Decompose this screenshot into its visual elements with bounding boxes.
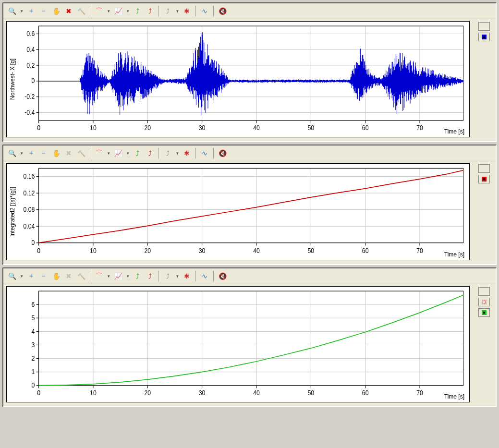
add-cursor-green-icon[interactable]: ⤴: [132, 5, 143, 17]
slope-fit-icon[interactable]: 📈: [112, 270, 124, 282]
svg-text:30: 30: [199, 389, 206, 397]
remove-icon[interactable]: －: [38, 270, 49, 282]
y-axis-label: Integrated2 [(s)*(g)]: [9, 183, 16, 241]
sound-off-icon[interactable]: 🔇: [217, 5, 228, 17]
curve-double-icon[interactable]: ∿: [199, 5, 210, 17]
svg-text:3: 3: [32, 341, 35, 349]
add-icon[interactable]: ＋: [25, 270, 37, 282]
legend-entry[interactable]: [478, 298, 490, 306]
chart-area[interactable]: 010203040506070-0.4-0.200.20.40.6Northwe…: [6, 21, 470, 137]
svg-text:-0.4: -0.4: [24, 109, 35, 116]
zoom-x-red-icon[interactable]: ✖: [63, 147, 74, 159]
zoom-tool-icon[interactable]: 🔍: [6, 270, 18, 282]
legend-entry[interactable]: [478, 33, 490, 41]
x-axis-label: Time [s]: [444, 393, 464, 400]
slope-fit-icon[interactable]: 📈: [112, 147, 124, 159]
svg-rect-129: [39, 291, 463, 386]
add-cursor-green-icon[interactable]: ⤴: [132, 270, 143, 282]
legend-blank[interactable]: [478, 22, 490, 31]
svg-text:0.4: 0.4: [26, 46, 35, 53]
remove-icon[interactable]: －: [38, 5, 49, 17]
dropdown-2-icon[interactable]: ▾: [106, 5, 111, 17]
curve-fit-icon[interactable]: ⌒: [93, 147, 105, 159]
zoom-x-red-icon[interactable]: ✖: [63, 5, 74, 17]
pan-hand-icon[interactable]: ✋: [50, 270, 62, 282]
hammer-icon: 🔨: [75, 5, 87, 17]
pan-hand-icon[interactable]: ✋: [50, 5, 62, 17]
dropdown-1-icon[interactable]: ▾: [19, 5, 24, 17]
dropdown-4-icon[interactable]: ▾: [174, 5, 180, 17]
remove-cursor-red-icon[interactable]: ⤴: [144, 5, 156, 17]
svg-text:10: 10: [90, 247, 97, 254]
content-row: 010203040506070-0.4-0.200.20.40.6Northwe…: [3, 19, 496, 141]
legend-swatch-icon: [482, 300, 487, 304]
x-axis-label: Time [s]: [444, 128, 464, 135]
separator: [213, 6, 214, 16]
dropdown-3-icon[interactable]: ▾: [125, 270, 131, 282]
zoom-x-red-icon[interactable]: ✖: [63, 270, 74, 282]
separator: [195, 6, 196, 16]
dropdown-2-icon[interactable]: ▾: [106, 147, 111, 159]
legend-blank[interactable]: [478, 287, 490, 296]
svg-text:20: 20: [144, 389, 151, 397]
remove-cursor-red-icon[interactable]: ⤴: [144, 270, 156, 282]
svg-text:70: 70: [416, 389, 423, 397]
legend-entry[interactable]: [478, 175, 490, 183]
export-graph-icon: ⤴: [162, 147, 173, 159]
remove-icon[interactable]: －: [38, 147, 49, 159]
dropdown-1-icon[interactable]: ▾: [19, 270, 24, 282]
curve-fit-icon[interactable]: ⌒: [93, 270, 105, 282]
svg-text:4: 4: [32, 327, 35, 335]
sound-off-icon[interactable]: 🔇: [217, 270, 228, 282]
dropdown-2-icon[interactable]: ▾: [106, 270, 111, 282]
curve-double-icon[interactable]: ∿: [199, 270, 210, 282]
marker-set-icon[interactable]: ✱: [181, 5, 193, 17]
dropdown-3-icon[interactable]: ▾: [125, 147, 131, 159]
svg-text:0.16: 0.16: [23, 173, 35, 181]
zoom-tool-icon[interactable]: 🔍: [6, 147, 18, 159]
svg-text:-0.2: -0.2: [24, 93, 35, 101]
add-icon[interactable]: ＋: [25, 5, 37, 17]
curve-fit-icon[interactable]: ⌒: [93, 5, 105, 17]
slope-fit-icon[interactable]: 📈: [112, 5, 124, 17]
legend-column: [473, 161, 496, 264]
toolbar: 🔍▾＋－✋✖🔨⌒▾📈▾⤴⤴⤴▾✱∿🔇: [3, 145, 496, 161]
legend-entry[interactable]: [478, 308, 490, 317]
svg-text:0: 0: [32, 77, 35, 85]
chart-area[interactable]: 0102030405060700123456Time [s]: [6, 286, 470, 402]
add-cursor-green-icon[interactable]: ⤴: [132, 147, 143, 159]
chart-svg: 0102030405060700123456: [7, 287, 469, 402]
svg-rect-83: [39, 168, 463, 242]
content-row: 01020304050607000.040.080.120.16Integrat…: [3, 161, 496, 264]
svg-text:20: 20: [144, 247, 151, 254]
svg-text:0.6: 0.6: [26, 30, 35, 37]
svg-text:70: 70: [416, 247, 423, 254]
sound-off-icon[interactable]: 🔇: [217, 147, 228, 159]
marker-set-icon[interactable]: ✱: [181, 147, 193, 159]
curve-double-icon[interactable]: ∿: [199, 147, 210, 159]
legend-blank[interactable]: [478, 164, 490, 173]
svg-text:40: 40: [253, 124, 260, 132]
separator: [90, 148, 90, 158]
chart-area[interactable]: 01020304050607000.040.080.120.16Integrat…: [6, 163, 470, 260]
separator: [158, 271, 159, 281]
dropdown-3-icon[interactable]: ▾: [125, 5, 131, 17]
hammer-icon: 🔨: [75, 270, 87, 282]
dropdown-1-icon[interactable]: ▾: [19, 147, 24, 159]
dropdown-4-icon[interactable]: ▾: [174, 270, 180, 282]
svg-text:60: 60: [362, 389, 369, 397]
svg-text:0: 0: [32, 239, 35, 247]
svg-text:2: 2: [32, 354, 35, 362]
dropdown-4-icon[interactable]: ▾: [174, 147, 180, 159]
svg-text:30: 30: [199, 124, 206, 132]
separator: [158, 148, 159, 158]
marker-set-icon[interactable]: ✱: [181, 270, 193, 282]
svg-text:70: 70: [416, 124, 423, 132]
svg-text:50: 50: [307, 389, 314, 397]
svg-text:50: 50: [307, 247, 314, 254]
add-icon[interactable]: ＋: [25, 147, 37, 159]
remove-cursor-red-icon[interactable]: ⤴: [144, 147, 156, 159]
pan-hand-icon[interactable]: ✋: [50, 147, 62, 159]
svg-text:5: 5: [32, 314, 35, 322]
zoom-tool-icon[interactable]: 🔍: [6, 5, 18, 17]
